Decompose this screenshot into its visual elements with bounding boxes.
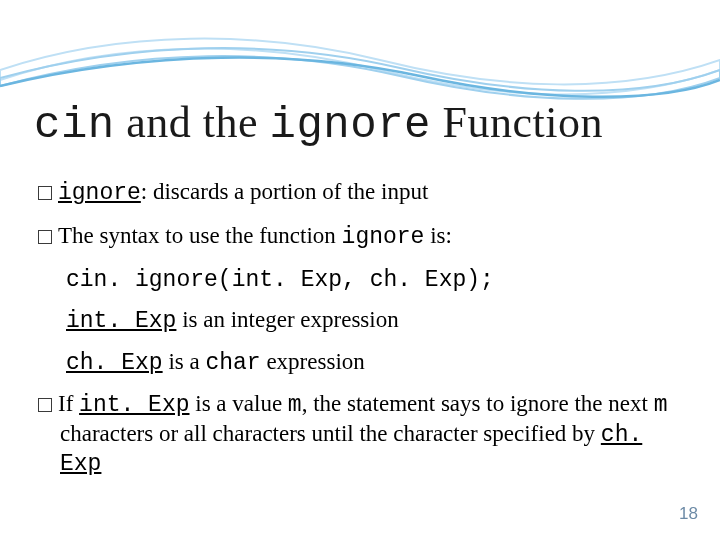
- bullet-3-code-a: int. Exp: [79, 392, 189, 418]
- code-line: cin. ignore(int. Exp, ch. Exp);: [66, 266, 684, 295]
- bullet-marker: [38, 186, 52, 200]
- title-code-1: cin: [34, 100, 115, 150]
- bullet-3-code-b: m: [288, 392, 302, 418]
- decorative-wave: [0, 0, 720, 110]
- sub-2: ch. Exp is a char expression: [66, 348, 684, 378]
- sub-2-code-a: ch. Exp: [66, 350, 163, 376]
- sub-2-text-a: is a: [163, 349, 206, 374]
- sub-2-code-b: char: [205, 350, 260, 376]
- slide-body: ignore: discards a portion of the input …: [38, 178, 684, 493]
- bullet-1-code: ignore: [58, 180, 141, 206]
- sub-1-text: is an integer expression: [176, 307, 398, 332]
- bullet-3-text-b: is a value: [190, 391, 288, 416]
- bullet-3: If int. Exp is a value m, the statement …: [38, 390, 684, 479]
- bullet-2-text-a: The syntax to use the function: [58, 223, 342, 248]
- title-code-2: ignore: [270, 100, 431, 150]
- bullet-3-text-a: If: [58, 391, 79, 416]
- bullet-1: ignore: discards a portion of the input: [38, 178, 684, 208]
- bullet-2-code: ignore: [342, 224, 425, 250]
- title-text-2: Function: [431, 98, 603, 147]
- slide-title: cin and the ignore Function: [34, 100, 686, 148]
- bullet-marker: [38, 398, 52, 412]
- bullet-3-text-c: , the statement says to ignore the next: [302, 391, 654, 416]
- title-text-1: and the: [115, 98, 270, 147]
- sub-2-text-b: expression: [261, 349, 365, 374]
- bullet-2: The syntax to use the function ignore is…: [38, 222, 684, 252]
- sub-1: int. Exp is an integer expression: [66, 306, 684, 336]
- page-number: 18: [679, 504, 698, 524]
- bullet-marker: [38, 230, 52, 244]
- bullet-3-text-d: characters or all characters until the c…: [60, 421, 601, 446]
- bullet-3-code-c: m: [654, 392, 668, 418]
- bullet-2-text-b: is:: [424, 223, 451, 248]
- bullet-1-text: : discards a portion of the input: [141, 179, 428, 204]
- slide: cin and the ignore Function ignore: disc…: [0, 0, 720, 540]
- sub-1-code: int. Exp: [66, 308, 176, 334]
